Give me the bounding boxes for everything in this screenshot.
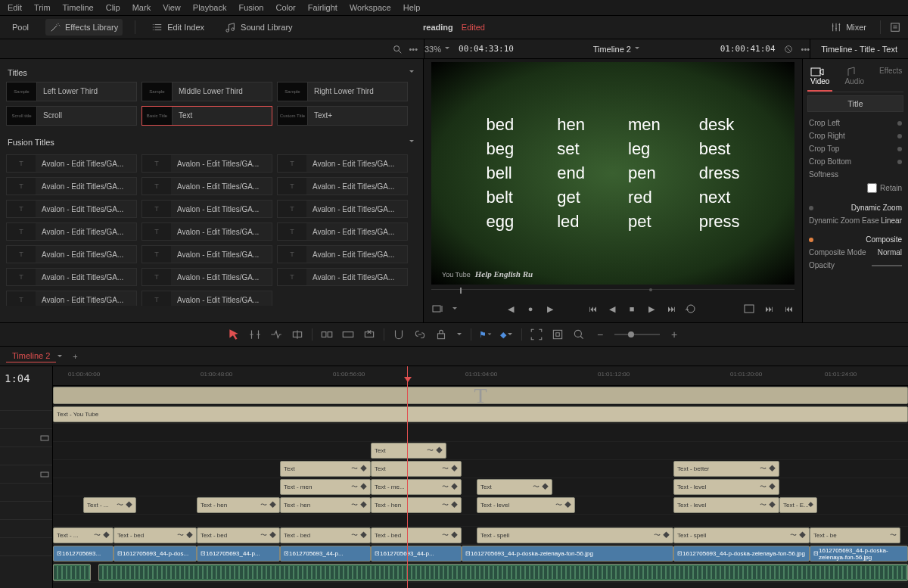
menu-fairlight[interactable]: Fairlight [308,3,337,12]
fusion-title-item[interactable]: TAvalon - Edit Titles/GA... [6,177,137,195]
dynamic-trim-icon[interactable] [269,328,283,341]
go-end-icon[interactable]: ⏭ [665,303,677,315]
fusion-title-item[interactable]: TAvalon - Edit Titles/GA... [277,245,408,263]
menu-edit[interactable]: Edit [8,3,22,12]
menu-view[interactable]: View [163,3,181,12]
fusion-title-item[interactable]: TAvalon - Edit Titles/GA... [141,154,272,173]
fusion-title-item[interactable]: TAvalon - Edit Titles/GA... [277,268,408,286]
marker-icon[interactable]: ◆ [500,328,514,341]
clip-text[interactable]: Text〜 ◆ [371,461,462,477]
fusion-title-item[interactable]: TAvalon - Edit Titles/GA... [6,291,137,306]
sound-library-button[interactable]: Sound Library [221,19,297,36]
clip-video[interactable]: ⊡ 1612705693_44-p... [280,546,371,562]
add-timeline-icon[interactable]: + [73,352,77,361]
video-track[interactable]: Text - You Tube [53,406,908,424]
title-item[interactable]: Basic TitleText [141,106,272,126]
titles-section-header[interactable]: Titles [6,64,417,82]
arrow-tool-icon[interactable] [227,328,241,341]
tab-video[interactable]: Video [807,62,832,92]
clip-text[interactable]: Text〜 ◆ [280,461,371,477]
zoom-slider[interactable] [614,334,660,335]
scrub-handle[interactable] [460,288,462,294]
menu-color[interactable]: Color [275,3,295,12]
clip-text-bed[interactable]: Text - bed〜 ◆ [197,527,280,543]
fusion-title-item[interactable]: TAvalon - Edit Titles/GA... [141,268,272,286]
clip-text[interactable]: Text〜 ◆ [371,443,446,459]
chevron-down-icon[interactable] [456,331,463,338]
zoom-full-icon[interactable] [530,328,543,341]
timeline-tab[interactable]: Timeline 2 [6,350,56,362]
replace-clip-icon[interactable] [362,328,376,341]
clip-video[interactable]: ⊡ 1612705693_44-p... [371,546,462,562]
menu-timeline[interactable]: Timeline [63,3,94,12]
clip-text-level[interactable]: Text - level〜 ◆ [673,479,779,495]
tab-effects[interactable]: Effects [876,62,905,92]
keyframe-dot[interactable] [897,160,902,164]
play-icon[interactable]: ▶ [645,303,658,315]
timeline-body[interactable]: 01:00:40:00 01:00:48:00 01:00:56:00 01:0… [53,366,908,588]
clip-text-bed[interactable]: Text - bed〜 ◆ [280,527,371,543]
fusion-title-item[interactable]: TAvalon - Edit Titles/GA... [141,245,272,263]
fusion-title-item[interactable]: TAvalon - Edit Titles/GA... [141,222,272,241]
title-item[interactable]: SampleMiddle Lower Third [141,82,272,101]
video-track[interactable]: Text〜 ◆ Text〜 ◆ Text - better〜 ◆ [53,460,908,478]
next-mark-icon[interactable]: ▶ [544,303,556,315]
clip-video[interactable]: ⊡ 1612705693_44-p-doska-zelenaya-fon-56.… [673,546,810,562]
search-icon[interactable] [392,44,403,54]
video-track[interactable]: Text - men〜 ◆ Text - me...〜 ◆ Text〜 ◆ Te… [53,478,908,496]
snap-icon[interactable] [392,328,406,341]
track-header[interactable] [0,555,52,574]
clip-video[interactable]: ⊡ 1612705693_44-p-dos... [114,546,197,562]
viewer-screen[interactable]: bedhenmendeskbegsetlegbestbellendpendres… [431,62,794,285]
tab-audio[interactable]: Audio [841,62,867,92]
clip[interactable]: T [53,387,908,404]
menu-help[interactable]: Help [403,3,421,12]
fusion-title-item[interactable]: TAvalon - Edit Titles/GA... [141,200,272,218]
zoom-out-icon[interactable]: − [593,328,607,341]
menu-clip[interactable]: Clip [106,3,120,12]
clip-text-level[interactable]: Text - level〜 ◆ [673,497,779,513]
fusion-title-item[interactable]: TAvalon - Edit Titles/GA... [6,245,137,263]
fusion-title-item[interactable]: TAvalon - Edit Titles/GA... [6,154,137,173]
clip-audio[interactable] [98,564,908,581]
metadata-icon[interactable] [890,22,900,33]
fusion-title-item[interactable]: TAvalon - Edit Titles/GA... [141,177,272,195]
menu-mark[interactable]: Mark [132,3,151,12]
chevron-down-icon[interactable] [56,353,64,360]
clip-text[interactable]: Text - ...〜 ◆ [83,497,136,513]
clip-text-hen[interactable]: Text - hen〜 ◆ [280,497,371,513]
stop-icon[interactable]: ■ [626,303,638,315]
zoom-in-icon[interactable]: + [667,328,681,341]
track-header[interactable] [0,465,52,483]
viewer-options-icon[interactable]: ••• [801,45,810,54]
clip-text-men[interactable]: Text - men〜 ◆ [280,479,371,495]
clip-text-e[interactable]: Text - E...◆ [779,497,817,513]
video-track[interactable]: Text〜 ◆ [53,442,908,460]
video-track[interactable]: ⊡ 1612705693... ⊡ 1612705693_44-p-dos...… [53,545,908,563]
lock-icon[interactable] [434,328,448,341]
clip-audio[interactable] [53,564,91,581]
video-track[interactable]: Text - ...〜 ◆ Text - bed〜 ◆ Text - bed〜 … [53,527,908,545]
clip-text-spell[interactable]: Text - spell〜 ◆ [673,527,810,543]
loop-icon[interactable] [685,303,697,315]
fusion-title-item[interactable]: TAvalon - Edit Titles/GA... [141,291,272,306]
link-icon[interactable] [413,328,427,341]
retain-checkbox[interactable] [867,183,877,193]
scrub-bar[interactable] [431,289,794,297]
media-pool-button[interactable]: Pool [8,20,33,35]
fusion-title-item[interactable]: TAvalon - Edit Titles/GA... [6,268,137,286]
fusion-title-item[interactable]: TAvalon - Edit Titles/GA... [6,200,137,218]
clip-video[interactable]: ⊡ 1612705693... [53,546,114,562]
edit-index-button[interactable]: Edit Index [148,19,209,36]
bypass-icon[interactable] [783,44,794,54]
clip-text-hen[interactable]: Text - hen〜 ◆ [197,497,280,513]
in-out-icon[interactable]: ● [524,303,536,315]
menu-trim[interactable]: Trim [34,3,51,12]
match-frame-icon[interactable] [431,303,443,315]
fusion-title-item[interactable]: TAvalon - Edit Titles/GA... [6,222,137,241]
keyframe-dot[interactable] [897,134,902,138]
track-header[interactable] [0,428,52,446]
clip-text-spell[interactable]: Text - spell〜 ◆ [477,527,673,543]
clip-text-be[interactable]: Text - be〜 [810,527,900,543]
clip-text-level[interactable]: Text - level〜 ◆ [477,497,575,513]
